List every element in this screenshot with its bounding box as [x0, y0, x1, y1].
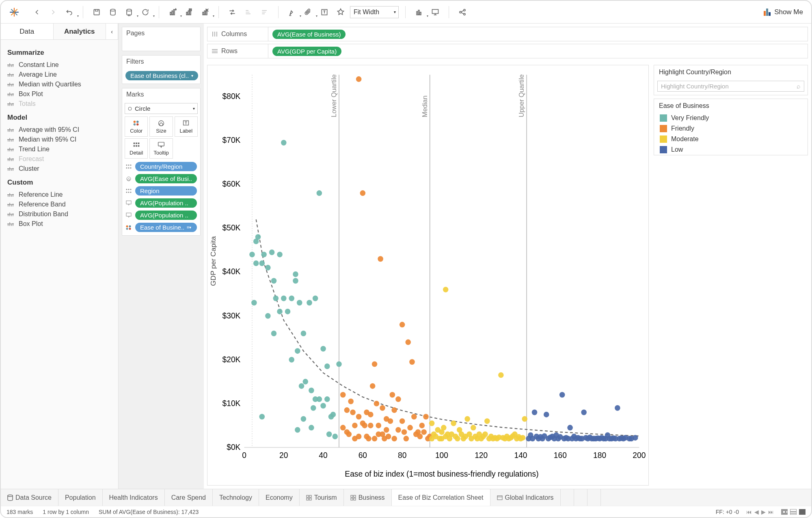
rows-shelf[interactable]: Rows AVG(GDP per Capita): [207, 44, 808, 58]
refresh-button[interactable]: ▾: [138, 5, 152, 19]
forward-button[interactable]: [46, 5, 60, 19]
mark-row-icon: [125, 224, 133, 231]
mark-pill[interactable]: Ease of Busine.. ≡▾: [135, 223, 197, 232]
attach-button[interactable]: ▾: [301, 5, 315, 19]
analytics-item[interactable]: Box Plot: [7, 89, 112, 99]
tab-analytics[interactable]: Analytics: [54, 24, 106, 39]
analytics-item[interactable]: Forecast: [7, 154, 112, 164]
svg-rect-130: [136, 145, 137, 147]
highlight-button[interactable]: ▾: [285, 5, 299, 19]
share-button[interactable]: [456, 5, 469, 19]
status-sum: SUM of AVG(Ease of Business): 17,423: [99, 509, 199, 515]
analytics-item[interactable]: Average with 95% CI: [7, 125, 112, 135]
marks-color[interactable]: Color: [125, 116, 148, 137]
rows-pill[interactable]: AVG(GDP per Capita): [272, 47, 341, 56]
undo-button[interactable]: ▾: [63, 5, 76, 19]
svg-text:200: 200: [633, 450, 646, 459]
new-data-button[interactable]: [106, 5, 120, 19]
analytics-item[interactable]: Average Line: [7, 70, 112, 80]
svg-point-241: [348, 399, 354, 404]
new-story-tab[interactable]: +: [587, 489, 601, 506]
svg-point-345: [532, 410, 538, 415]
analytics-item[interactable]: Median with Quartiles: [7, 80, 112, 89]
analytics-item[interactable]: Cluster: [7, 164, 112, 174]
legend-item[interactable]: Friendly: [654, 123, 808, 134]
svg-point-6: [127, 9, 132, 11]
tab-tech[interactable]: Technology: [213, 489, 259, 506]
legend-item[interactable]: Moderate: [654, 134, 808, 144]
cards-column: Pages Filters Ease of Business (cl..▾ Ma…: [119, 24, 204, 489]
tab-global[interactable]: Global Indicators: [490, 489, 561, 506]
svg-point-196: [261, 251, 267, 257]
marks-size[interactable]: Size: [149, 116, 173, 137]
marks-type-select[interactable]: Circle: [125, 103, 198, 114]
pause-button[interactable]: ▾: [122, 5, 136, 19]
marks-label[interactable]: Label: [175, 116, 198, 137]
svg-rect-13: [186, 12, 188, 15]
new-dashboard-tab[interactable]: +: [574, 489, 587, 506]
analytics-item[interactable]: Constant Line: [7, 60, 112, 70]
svg-rect-43: [764, 11, 766, 16]
dashboard-icon: [350, 495, 356, 501]
marks-tooltip[interactable]: Tooltip: [149, 138, 173, 159]
tab-economy[interactable]: Economy: [259, 489, 300, 506]
mark-pill[interactable]: AVG(Population ..: [135, 211, 197, 220]
tab-data-source[interactable]: Data Source: [1, 489, 58, 506]
nav-icons[interactable]: ⏮◀▶⏭: [746, 509, 774, 515]
analytics-item[interactable]: Median with 95% CI: [7, 135, 112, 144]
columns-pill[interactable]: AVG(Ease of Business): [272, 30, 346, 39]
svg-point-189: [249, 251, 255, 257]
mark-pill[interactable]: Region: [135, 186, 197, 196]
story-icon: [497, 495, 503, 501]
text-button[interactable]: [317, 5, 331, 19]
svg-point-225: [317, 396, 322, 402]
duplicate-button[interactable]: [182, 5, 196, 19]
svg-point-120: [136, 123, 139, 126]
highlight-search[interactable]: Highlight Country/Region: [657, 81, 804, 92]
collapse-left-button[interactable]: ‹: [106, 24, 118, 39]
new-worksheet-tab[interactable]: +: [561, 489, 574, 506]
svg-point-256: [370, 383, 376, 389]
view-mode-icons[interactable]: [781, 509, 806, 515]
highlight-card: Highlight Country/Region Highlight Count…: [654, 65, 808, 95]
svg-point-300: [443, 287, 449, 292]
tab-data[interactable]: Data: [1, 24, 54, 39]
mark-pill[interactable]: AVG(Ease of Busi..: [135, 174, 197, 183]
sort-asc-button[interactable]: [242, 5, 255, 19]
back-button[interactable]: [30, 5, 44, 19]
tab-ease-sheet[interactable]: Ease of Biz Correlation Sheet: [392, 489, 490, 506]
pin-button[interactable]: [334, 5, 348, 19]
chart[interactable]: Lower QuartileMedianUpper Quartile$0K$10…: [207, 65, 649, 486]
analytics-item[interactable]: Reference Line: [7, 190, 112, 200]
legend-item[interactable]: Low: [654, 144, 808, 155]
swap-button[interactable]: [225, 5, 239, 19]
new-worksheet-button[interactable]: +▾: [166, 5, 179, 19]
show-cards-button[interactable]: ▾: [412, 5, 426, 19]
right-cards: Highlight Country/Region Highlight Count…: [654, 65, 808, 486]
analytics-item[interactable]: Reference Band: [7, 200, 112, 209]
marks-detail[interactable]: Detail: [125, 138, 148, 159]
clear-button[interactable]: ▾: [198, 5, 212, 19]
analytics-item[interactable]: Trend Line: [7, 144, 112, 154]
mark-pill[interactable]: Country/Region: [135, 162, 197, 171]
sort-desc-button[interactable]: [258, 5, 272, 19]
filter-pill[interactable]: Ease of Business (cl..▾: [125, 71, 198, 80]
analytics-item[interactable]: Distribution Band: [7, 209, 112, 219]
analytics-item[interactable]: Box Plot: [7, 219, 112, 229]
tab-tourism[interactable]: Tourism: [300, 489, 344, 506]
tab-care[interactable]: Care Spend: [165, 489, 213, 506]
analytics-item[interactable]: Totals: [7, 99, 112, 109]
legend-item[interactable]: Very Friendly: [654, 113, 808, 123]
columns-shelf[interactable]: Columns AVG(Ease of Business): [207, 27, 808, 41]
mark-pill[interactable]: AVG(Population ..: [135, 198, 197, 208]
tab-business[interactable]: Business: [344, 489, 392, 506]
svg-rect-126: [133, 143, 135, 144]
presentation-button[interactable]: [428, 5, 442, 19]
tab-health[interactable]: Health Indicators: [103, 489, 165, 506]
save-button[interactable]: [90, 5, 104, 19]
fit-select[interactable]: Fit Width: [350, 6, 399, 18]
svg-point-280: [407, 425, 413, 430]
show-me-button[interactable]: Show Me: [764, 8, 803, 16]
svg-point-213: [295, 427, 300, 433]
tab-population[interactable]: Population: [58, 489, 103, 506]
